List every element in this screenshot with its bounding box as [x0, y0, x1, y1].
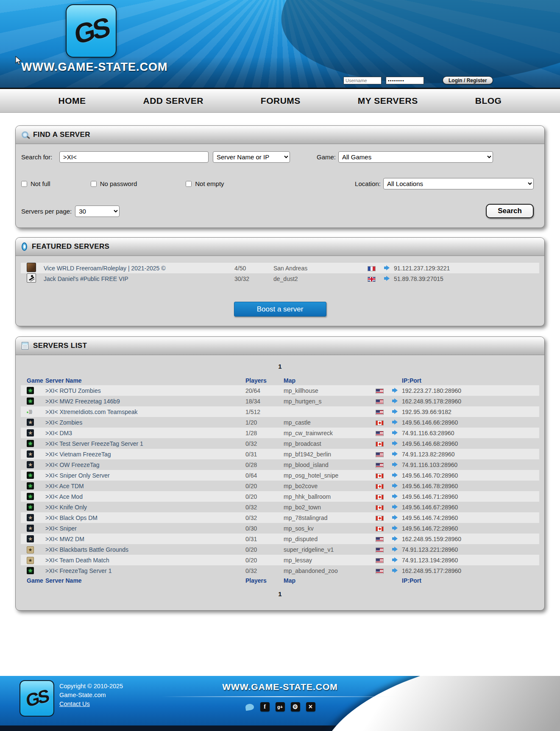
connect-arrow-icon[interactable] [394, 557, 400, 562]
server-row[interactable]: >XI< XtremeIdiots.com Teamspeak 1/512 19… [21, 406, 539, 417]
server-row[interactable]: >XI< Ace Mod 0/20 mp_hhk_ballroom 149.56… [21, 491, 539, 502]
server-row[interactable]: >XI< Zombies 1/20 mp_castle 149.56.146.6… [21, 417, 539, 428]
server-row[interactable]: >XI< Ace TDM 0/20 mp_bo2cove 149.56.146.… [21, 481, 539, 491]
server-name-link[interactable]: Vice WRLD Freeroam/Roleplay | 2021-2025 … [44, 265, 234, 272]
map-name: mp_blood_island [284, 461, 376, 468]
connect-arrow-icon[interactable] [394, 483, 400, 488]
footer-logo[interactable]: GS [20, 680, 54, 717]
pagination-page-1-bottom[interactable]: 1 [16, 590, 544, 598]
server-name-link[interactable]: >XI< Sniper Only Server [45, 472, 245, 479]
per-page-select[interactable]: 30 [75, 206, 120, 217]
server-row[interactable]: >XI< Knife Only 0/32 mp_bo2_town 149.56.… [21, 502, 539, 512]
site-footer: WWW.GAME-STATE.COM GS Copyright © 2010-2… [0, 676, 560, 731]
col-map: Map [284, 377, 376, 384]
connect-arrow-icon[interactable] [394, 494, 400, 499]
nav-item[interactable]: FORUMS [261, 96, 301, 106]
coduo-game-icon [27, 546, 34, 553]
connect-arrow-icon[interactable] [394, 409, 400, 414]
connect-arrow-icon[interactable] [394, 420, 400, 425]
server-name-link[interactable]: >XI< Knife Only [45, 504, 245, 511]
map-name: mp_sos_kv [284, 525, 376, 532]
server-row[interactable]: >XI< MW2 DM 0/31 mp_disputed 162.248.95.… [21, 534, 539, 544]
server-ip: 74.91.123.194:28960 [402, 557, 539, 564]
server-name-link[interactable]: >XI< Ace Mod [45, 493, 245, 500]
connect-arrow-icon[interactable] [394, 568, 400, 573]
server-row[interactable]: >XI< ROTU Zombies 20/64 mp_killhouse 192… [21, 385, 539, 396]
connect-arrow-icon[interactable] [394, 536, 400, 541]
nav-item[interactable]: BLOG [475, 96, 502, 106]
server-row[interactable]: >XI< Black Ops DM 0/32 mp_78stalingrad 1… [21, 512, 539, 523]
flag-us-icon [376, 389, 384, 394]
featured-server-row[interactable]: Vice WRLD Freeroam/Roleplay | 2021-2025 … [21, 263, 539, 273]
nav-item[interactable]: ADD SERVER [143, 96, 203, 106]
server-name-link[interactable]: >XI< Blackbarts Battle Grounds [45, 546, 245, 553]
server-name-link[interactable]: >XI< Test Server FreezeTag Server 1 [45, 440, 245, 447]
server-name-link[interactable]: >XI< Ace TDM [45, 483, 245, 489]
server-row[interactable]: >XI< Vietnam FreezeTag 0/31 mp_bf1942_be… [21, 449, 539, 459]
connect-arrow-icon[interactable] [394, 441, 400, 446]
connect-arrow-icon[interactable] [394, 473, 400, 478]
connect-arrow-icon[interactable] [386, 276, 392, 281]
server-name-link[interactable]: >XI< OW FreezeTag [45, 461, 245, 468]
server-name-link[interactable]: >XI< XtremeIdiots.com Teamspeak [45, 409, 245, 415]
server-name-link[interactable]: >XI< Black Ops DM [45, 514, 245, 521]
server-name-link[interactable]: >XI< Zombies [45, 419, 245, 426]
server-ip: 149.56.146.70:28960 [402, 472, 539, 479]
server-name-link[interactable]: >XI< Vietnam FreezeTag [45, 451, 245, 458]
game-select[interactable]: All Games [338, 151, 493, 163]
server-row[interactable]: >XI< MW2 Freezetag 146b9 18/34 mp_hurtge… [21, 396, 539, 406]
filter-checkbox-option: Not full [21, 180, 50, 187]
connect-arrow-icon[interactable] [394, 547, 400, 552]
connect-arrow-icon[interactable] [394, 462, 400, 467]
filter-checkbox[interactable] [91, 181, 97, 187]
password-input[interactable] [386, 77, 424, 84]
pagination-page-1[interactable]: 1 [16, 363, 544, 370]
search-button[interactable]: Search [486, 204, 534, 218]
filter-checkbox[interactable] [21, 181, 27, 187]
connect-arrow-icon[interactable] [394, 515, 400, 520]
connect-arrow-icon[interactable] [394, 430, 400, 435]
site-logo[interactable]: GS [66, 4, 117, 58]
server-name-link[interactable]: >XI< Sniper [45, 525, 245, 532]
server-row[interactable]: >XI< Test Server FreezeTag Server 1 0/32… [21, 438, 539, 449]
nav-item[interactable]: HOME [59, 96, 86, 106]
players-count: 0/28 [245, 461, 284, 468]
server-row[interactable]: >XI< OW FreezeTag 0/28 mp_blood_island 7… [21, 459, 539, 470]
server-name-link[interactable]: >XI< ROTU Zombies [45, 387, 245, 394]
server-row[interactable]: >XI< Sniper Only Server 0/64 mp_osg_hote… [21, 470, 539, 481]
filter-checkbox[interactable] [186, 181, 192, 187]
server-name-link[interactable]: >XI< DM3 [45, 430, 245, 436]
server-ip: 51.89.78.39:27015 [394, 275, 539, 282]
server-rows: >XI< ROTU Zombies 20/64 mp_killhouse 192… [16, 385, 544, 576]
connect-arrow-icon[interactable] [394, 388, 400, 393]
location-select[interactable]: All Locations [383, 178, 534, 189]
server-name-link[interactable]: >XI< Team Death Match [45, 557, 245, 564]
server-row[interactable]: >XI< Sniper 0/30 mp_sos_kv 149.56.146.72… [21, 523, 539, 534]
login-register-button[interactable]: Login / Register [443, 76, 493, 84]
server-name-link[interactable]: >XI< FreezeTag Server 1 [45, 567, 245, 574]
server-row[interactable]: >XI< DM3 1/28 mp_cw_trainwreck 74.91.116… [21, 428, 539, 438]
server-name-link[interactable]: >XI< MW2 DM [45, 536, 245, 542]
search-input[interactable] [59, 151, 209, 163]
server-name-link[interactable]: >XI< MW2 Freezetag 146b9 [45, 398, 245, 405]
server-name-link[interactable]: Jack Daniel's #Public FREE VIP [44, 275, 234, 282]
nav-item[interactable]: MY SERVERS [358, 96, 418, 106]
contact-us-link[interactable]: Contact Us [59, 700, 90, 707]
username-input[interactable] [343, 77, 382, 84]
server-row[interactable]: >XI< Blackbarts Battle Grounds 0/20 supe… [21, 544, 539, 555]
connect-arrow-icon[interactable] [394, 504, 400, 509]
connect-arrow-icon[interactable] [394, 525, 400, 531]
server-row[interactable]: >XI< FreezeTag Server 1 0/32 mp_abandone… [21, 565, 539, 576]
connect-arrow-icon[interactable] [386, 265, 392, 270]
connect-arrow-icon[interactable] [394, 398, 400, 403]
boost-server-button[interactable]: Boost a server [234, 302, 326, 317]
find-server-panel: FIND A SERVER Search for: Server Name or… [15, 125, 545, 228]
search-type-select[interactable]: Server Name or IP [213, 151, 290, 163]
connect-arrow-icon[interactable] [394, 451, 400, 456]
footer-site-name: Game-State.com [59, 691, 123, 700]
server-ip: 149.56.146.74:28960 [402, 514, 539, 521]
server-row[interactable]: >XI< Team Death Match 0/20 mp_lessay 74.… [21, 555, 539, 565]
site-url-heading: WWW.GAME-STATE.COM [21, 61, 167, 74]
cod-star-game-icon [27, 461, 34, 468]
featured-server-row[interactable]: Jack Daniel's #Public FREE VIP 30/32 de_… [21, 273, 539, 284]
